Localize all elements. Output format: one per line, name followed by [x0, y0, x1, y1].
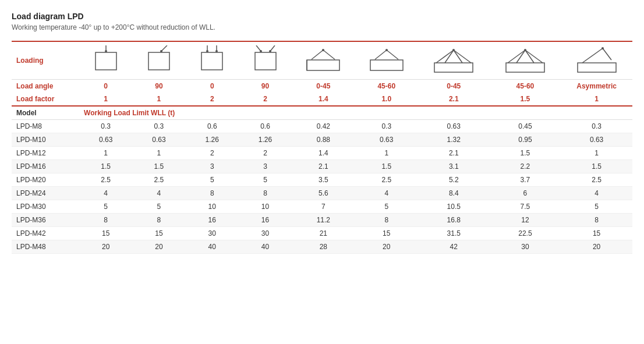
icon-col-5 — [292, 41, 355, 80]
table-row: LPD-M1211221.412.11.51 — [12, 147, 632, 160]
loading-label: Loading — [12, 41, 79, 80]
svg-line-22 — [387, 50, 398, 59]
value-cell: 1 — [355, 147, 418, 160]
model-cell: LPD-M12 — [12, 147, 79, 160]
value-cell: 5 — [239, 173, 292, 187]
value-cell: 2.2 — [490, 160, 561, 173]
value-cell: 0.88 — [292, 133, 355, 147]
value-cell: 20 — [79, 240, 132, 254]
value-cell: 30 — [186, 227, 239, 240]
value-cell: 0.3 — [79, 120, 132, 133]
value-cell: 10 — [186, 200, 239, 214]
value-cell: 0.63 — [561, 133, 632, 147]
wll-label: Working Load Limit WLL (t) — [79, 106, 632, 120]
svg-line-16 — [312, 50, 323, 59]
value-cell: 28 — [292, 240, 355, 254]
svg-rect-40 — [578, 63, 616, 72]
value-cell: 2 — [186, 147, 239, 160]
value-cell: 6 — [490, 187, 561, 200]
table-row: LPD-M202.52.5553.52.55.23.72.5 — [12, 173, 632, 187]
icon-col-1 — [79, 41, 132, 80]
value-cell: 3.5 — [292, 173, 355, 187]
factor-1.4: 1.4 — [292, 93, 355, 106]
value-cell: 1.5 — [490, 147, 561, 160]
value-cell: 16.8 — [418, 214, 490, 227]
value-cell: 2.1 — [292, 160, 355, 173]
value-cell: 3 — [239, 160, 292, 173]
value-cell: 1.5 — [355, 160, 418, 173]
factor-2b: 2 — [239, 93, 292, 106]
value-cell: 0.63 — [355, 133, 418, 147]
value-cell: 40 — [186, 240, 239, 254]
model-cell: LPD-M48 — [12, 240, 79, 254]
factor-2a: 2 — [186, 93, 239, 106]
angle-0b: 0 — [186, 80, 239, 93]
value-cell: 5 — [355, 200, 418, 214]
load-factor-label: Load factor — [12, 93, 79, 106]
value-cell: 15 — [132, 227, 185, 240]
svg-line-26 — [454, 50, 471, 63]
value-cell: 0.45 — [490, 120, 561, 133]
value-cell: 22.5 — [490, 227, 561, 240]
factor-1.0: 1.0 — [355, 93, 418, 106]
value-cell: 21 — [292, 227, 355, 240]
table-row: LPD-M3688161611.2816.8128 — [12, 214, 632, 227]
angle-0a: 0 — [79, 80, 132, 93]
svg-rect-5 — [148, 52, 169, 70]
angle-90b: 90 — [239, 80, 292, 93]
value-cell: 16 — [186, 214, 239, 227]
svg-point-18 — [322, 49, 324, 51]
angle-0-45a: 0-45 — [292, 80, 355, 93]
value-cell: 8 — [355, 214, 418, 227]
value-cell: 20 — [132, 240, 185, 254]
svg-line-37 — [582, 48, 603, 63]
svg-line-3 — [161, 45, 167, 51]
svg-point-39 — [601, 47, 604, 49]
svg-point-35 — [524, 49, 526, 51]
svg-line-32 — [525, 50, 543, 63]
table-row: LPD-M305510107510.57.55 — [12, 200, 632, 214]
svg-line-27 — [445, 50, 454, 63]
value-cell: 7 — [292, 200, 355, 214]
model-cell: LPD-M24 — [12, 187, 79, 200]
value-cell: 8 — [132, 214, 185, 227]
value-cell: 1.5 — [132, 160, 185, 173]
value-cell: 0.63 — [418, 120, 490, 133]
value-cell: 15 — [561, 227, 632, 240]
value-cell: 1 — [79, 147, 132, 160]
model-cell: LPD-M20 — [12, 173, 79, 187]
value-cell: 3.1 — [418, 160, 490, 173]
value-cell: 2.5 — [132, 173, 185, 187]
svg-line-33 — [516, 50, 525, 63]
factor-1a: 1 — [79, 93, 132, 106]
value-cell: 15 — [79, 227, 132, 240]
value-cell: 0.6 — [239, 120, 292, 133]
value-cell: 1 — [132, 147, 185, 160]
value-cell: 3 — [186, 160, 239, 173]
value-cell: 0.42 — [292, 120, 355, 133]
value-cell: 0.3 — [132, 120, 185, 133]
svg-line-34 — [525, 50, 534, 63]
angle-0-45b: 0-45 — [418, 80, 490, 93]
value-cell: 30 — [490, 240, 561, 254]
value-cell: 1.5 — [79, 160, 132, 173]
page-title: Load diagram LPD — [12, 12, 632, 21]
factor-1.5: 1.5 — [490, 93, 561, 106]
value-cell: 15 — [355, 227, 418, 240]
value-cell: 1.26 — [186, 133, 239, 147]
value-cell: 8.4 — [418, 187, 490, 200]
model-cell: LPD-M42 — [12, 227, 79, 240]
load-diagram-table: Loading — [12, 41, 632, 254]
icon-col-3 — [186, 41, 239, 80]
svg-line-38 — [603, 48, 611, 60]
load-factor-row: Load factor 1 1 2 2 1.4 1.0 2.1 1.5 1 — [12, 93, 632, 106]
value-cell: 4 — [79, 187, 132, 200]
angle-asym: Asymmetric — [561, 80, 632, 93]
value-cell: 8 — [79, 214, 132, 227]
value-cell: 2 — [239, 147, 292, 160]
angle-45-60a: 45-60 — [355, 80, 418, 93]
svg-rect-2 — [95, 52, 116, 70]
svg-line-17 — [323, 50, 335, 59]
value-cell: 0.63 — [79, 133, 132, 147]
value-cell: 10.5 — [418, 200, 490, 214]
